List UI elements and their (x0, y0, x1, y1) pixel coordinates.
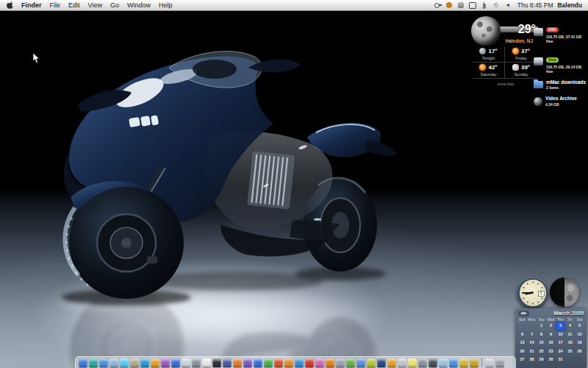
dock-icon-search[interactable] (485, 358, 494, 367)
volume-title: mMac downloads (546, 79, 586, 85)
calendar-day-2: 2 (546, 322, 556, 330)
dock-icon-font-book[interactable] (439, 358, 448, 367)
dock-icon-terminal[interactable] (212, 358, 221, 367)
menu-bar-user[interactable]: Balendu (557, 1, 582, 9)
calendar-day-empty (517, 322, 527, 330)
volume-menu-icon[interactable]: ◂ (504, 1, 512, 9)
hard-drive-icon (534, 57, 543, 66)
dock-icon-powerpoint[interactable] (274, 358, 283, 367)
forecast-day: Friday (505, 56, 537, 60)
hard-drive-icon (534, 28, 543, 36)
dock-icon-system-preferences[interactable] (192, 358, 201, 367)
volume-video-archive[interactable]: Video Archive4.34 GB (534, 96, 588, 106)
displays-menu-icon[interactable] (469, 1, 476, 9)
calendar-day-16: 16 (546, 339, 556, 347)
dock-icon-quicktime[interactable] (171, 358, 180, 367)
calendar-day-6: 6 (517, 330, 527, 339)
keychain-menu-icon[interactable] (434, 1, 441, 9)
menu-file[interactable]: File (50, 1, 61, 9)
forecast-tonight[interactable]: 17°Tonight (473, 46, 505, 63)
volume-title: Video Archive (545, 96, 577, 102)
dock-icon-quicksilver[interactable] (336, 358, 345, 367)
dock-icon-star-app[interactable] (243, 358, 252, 367)
menu-bar-clock[interactable]: Thu 8:45 PM (517, 1, 553, 9)
menu-finder[interactable]: Finder (21, 1, 42, 9)
calendar-day-20: 20 (517, 347, 527, 356)
calendar-prev-button[interactable]: ◀ (520, 311, 523, 315)
dock-icon-excel[interactable] (264, 358, 273, 367)
dock-icon-preview[interactable] (182, 358, 190, 367)
calendar-title: March 2005 (553, 310, 584, 316)
dock-icon-calculator[interactable] (398, 358, 406, 367)
dock-icon-safari[interactable] (99, 358, 108, 367)
clock-widget[interactable]: 3 (517, 277, 548, 308)
dock-icon-activity-monitor[interactable] (429, 358, 437, 367)
forecast-sunday[interactable]: 39°Sunday (505, 63, 537, 79)
calendar-day-7: 7 (527, 330, 537, 339)
sphere-icon (534, 97, 542, 106)
dock-icon-thunderbird[interactable] (295, 358, 304, 367)
calendar-day-13: 13 (517, 339, 527, 347)
menu-help[interactable]: Help (159, 1, 173, 9)
menu-edit[interactable]: Edit (68, 1, 80, 9)
dock-icon-msn[interactable] (356, 358, 365, 367)
calendar-day-28: 28 (527, 355, 537, 364)
dock-icon-ichat[interactable] (120, 358, 129, 367)
forecast-saturday[interactable]: 42°Saturday (473, 63, 505, 79)
volume-title: Data (546, 50, 588, 65)
dock-icon-illustrator[interactable] (233, 358, 242, 367)
dock-icon-downloads-folder[interactable] (459, 358, 468, 367)
moon-phase-widget[interactable] (550, 277, 579, 307)
calendar-next-button[interactable]: ▶ (524, 311, 527, 315)
menu-go[interactable]: Go (110, 1, 119, 9)
forecast-day: Saturday (473, 72, 504, 77)
dock-icon-photoshop[interactable] (223, 358, 232, 367)
script-menu-icon[interactable] (457, 1, 465, 9)
weather-extra-links[interactable]: extra links (473, 82, 539, 86)
weather-current-moon-icon (471, 16, 501, 46)
dock-icon-address-book[interactable] (130, 358, 139, 367)
dock-icon-imovie[interactable] (161, 358, 170, 367)
menu-window[interactable]: Window (127, 1, 151, 9)
dock-icon-mail[interactable] (110, 358, 118, 367)
konfabulator-menu-icon[interactable] (445, 1, 453, 9)
airport-menu-icon[interactable]: ◇ (492, 1, 500, 9)
volume-osx[interactable]: OSX116.75 GB, 37.41 GB free (534, 20, 588, 44)
forecast-friday[interactable]: 37°Friday (505, 46, 537, 63)
calendar-day-23: 23 (546, 347, 556, 356)
menu-bar: Finder File Edit View Go Window Help ◇ ◂… (0, 0, 588, 11)
dock-icon-konfabulator[interactable] (387, 358, 396, 367)
apple-menu-icon[interactable] (6, 1, 13, 9)
dock-icon-documents-folder[interactable] (470, 358, 478, 367)
dock-separator (481, 358, 482, 367)
calendar-day-24: 24 (556, 347, 565, 356)
forecast-day: Sunday (505, 72, 537, 77)
volumes-widget: OSX116.75 GB, 37.41 GB freeData116.75 GB… (534, 20, 588, 113)
dock-icon-finder[interactable] (79, 358, 87, 367)
menu-view[interactable]: View (88, 1, 102, 9)
desktop[interactable]: Finder File Edit View Go Window Help ◇ ◂… (0, 0, 588, 368)
dock-icon-stickies[interactable] (408, 358, 417, 367)
weather-widget[interactable]: 29° Haledon, NJ 17°Tonight37°Friday42°Sa… (473, 16, 539, 85)
bluetooth-menu-icon[interactable] (481, 1, 488, 9)
volume-label-badge: Data (546, 57, 559, 63)
dock-icon-trash[interactable] (495, 358, 504, 367)
volume-mmac-downloads[interactable]: mMac downloads2 items (534, 79, 588, 90)
dock-icon-dashboard[interactable] (89, 358, 98, 367)
dock-icon-acrobat[interactable] (305, 358, 314, 367)
dock-icon-adium[interactable] (346, 358, 355, 367)
dock-icon-word[interactable] (254, 358, 262, 367)
dock-icon-iphoto[interactable] (151, 358, 159, 367)
dock-icon-azureus[interactable] (377, 358, 386, 367)
dock-icon-media-player[interactable] (315, 358, 324, 367)
dock-icon-disk-utility[interactable] (418, 358, 427, 367)
dock-icon-itunes[interactable] (140, 358, 149, 367)
dock-icon-music-folder[interactable] (449, 358, 458, 367)
dock-icon-limewire[interactable] (367, 358, 376, 367)
dock-icon-vlc[interactable] (326, 358, 334, 367)
dock-icon-firefox[interactable] (284, 358, 293, 367)
volume-subtitle: 116.75 GB, 29.14 GB free (546, 65, 588, 74)
calendar-widget[interactable]: ◀ ▶ March 2005 SunMonTueWedThuFriSat 123… (515, 308, 587, 368)
dock-icon-textedit[interactable] (202, 358, 211, 367)
volume-data[interactable]: Data116.75 GB, 29.14 GB free (534, 50, 588, 74)
